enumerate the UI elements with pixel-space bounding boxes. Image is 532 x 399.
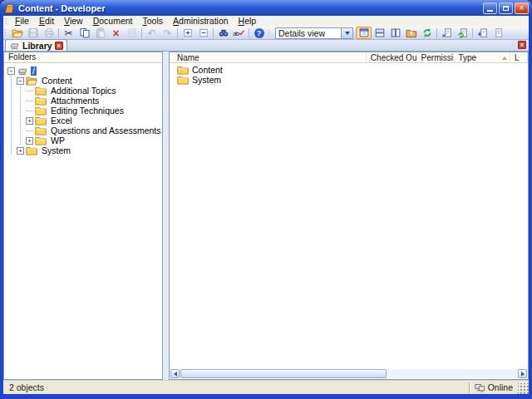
menu-help[interactable]: Help	[234, 16, 262, 27]
tree-item-label: Content	[40, 76, 74, 86]
menu-document[interactable]: Document	[88, 16, 138, 27]
copy-button[interactable]	[76, 27, 92, 39]
column-header-permission[interactable]: Permission	[417, 52, 455, 63]
tree-item-attachments[interactable]: Attachments	[4, 96, 162, 106]
document-button[interactable]	[490, 27, 506, 39]
print-icon	[43, 27, 55, 39]
undo-check-out-button[interactable]	[455, 27, 470, 39]
spellcheck-button[interactable]: ab✓	[231, 27, 247, 39]
toolbar-drag-handle[interactable]	[4, 29, 7, 37]
tree-item-root[interactable]: −/	[4, 66, 162, 76]
tree-guide-line	[7, 106, 17, 116]
horizontal-split-button[interactable]	[372, 27, 387, 39]
rename-button[interactable]	[124, 27, 140, 39]
menu-edit[interactable]: Edit	[34, 16, 59, 27]
check-in-button[interactable]	[475, 27, 490, 39]
maximize-button[interactable]	[499, 2, 513, 14]
maximize-icon	[503, 6, 509, 11]
details-layout-button[interactable]	[356, 27, 372, 39]
menu-view[interactable]: View	[59, 16, 88, 27]
tab-close-icon[interactable]: x	[55, 42, 63, 50]
connection-status: Online	[470, 382, 518, 392]
save-button[interactable]	[25, 27, 41, 39]
tree-item-label: Questions and Assessments	[49, 126, 162, 135]
list-item-system[interactable]: System	[170, 75, 528, 85]
toolbar: ✂×↶↷ab✓? Details view	[3, 27, 529, 40]
menu-file[interactable]: File	[10, 16, 34, 27]
undo-button[interactable]: ↶	[144, 27, 160, 39]
panel-splitter[interactable]	[163, 52, 169, 380]
find-button[interactable]	[215, 27, 231, 39]
menu-tools[interactable]: Tools	[138, 16, 169, 27]
tabstrip-close-button[interactable]: x	[518, 41, 526, 49]
horizontal-scrollbar[interactable]	[170, 369, 527, 378]
toolbar-separator	[213, 28, 214, 38]
tree-item-excel[interactable]: +Excel	[4, 116, 162, 126]
scrollbar-thumb[interactable]	[180, 369, 387, 378]
tree-item-label: Excel	[49, 116, 74, 126]
list-item-content[interactable]: Content	[170, 65, 528, 75]
scroll-right-button[interactable]	[518, 369, 527, 378]
tree-guide-line	[7, 76, 17, 86]
tree-guide-line	[17, 96, 26, 106]
folder-up-button[interactable]	[403, 27, 419, 39]
open-folder-button[interactable]	[9, 27, 25, 39]
refresh-button[interactable]	[419, 27, 435, 39]
toolbar-separator	[436, 28, 437, 38]
tree-item-content[interactable]: −Content	[4, 76, 162, 86]
tree-item-system[interactable]: +System	[4, 145, 162, 155]
cut-button[interactable]: ✂	[61, 27, 76, 39]
column-header-label: Checked Out By	[371, 53, 417, 63]
view-mode-select[interactable]: Details view	[275, 27, 353, 39]
expand-toggle-icon[interactable]: +	[26, 137, 33, 145]
help-button[interactable]: ?	[251, 27, 267, 39]
scroll-left-button[interactable]	[170, 369, 180, 378]
redo-button[interactable]: ↷	[160, 27, 175, 39]
toolbar-drag-handle-2[interactable]	[268, 29, 270, 37]
tab-library[interactable]: Library x	[5, 39, 67, 51]
folders-panel-header: Folders	[4, 52, 162, 63]
collapse-button[interactable]	[195, 27, 211, 39]
expand-icon	[182, 27, 194, 39]
vertical-split-icon	[390, 27, 401, 39]
object-count: 2 objects	[3, 382, 469, 392]
vertical-split-button[interactable]	[387, 27, 403, 39]
expand-button[interactable]	[180, 27, 195, 39]
document-icon	[493, 27, 505, 39]
tab-strip: Library x x	[3, 40, 529, 52]
folder-icon	[26, 145, 37, 155]
check-out-button[interactable]	[439, 27, 455, 39]
expand-toggle-icon[interactable]: +	[26, 117, 33, 125]
column-header-type[interactable]: Type	[454, 52, 510, 63]
tree-guide-line	[17, 135, 26, 145]
menubar-drag-handle[interactable]	[5, 17, 7, 26]
copy-icon	[79, 27, 91, 39]
column-header-name[interactable]: Name	[170, 52, 367, 63]
view-mode-dropdown-button[interactable]	[341, 28, 352, 38]
toolbar-separator	[177, 28, 178, 38]
tree-item-editing-techniques[interactable]: Editing Techniques	[4, 106, 162, 116]
toolbar-separator	[472, 28, 473, 38]
column-header-checked-out-by[interactable]: Checked Out By	[367, 52, 417, 63]
delete-button[interactable]: ×	[108, 27, 124, 39]
tree-item-label: Additional Topics	[49, 86, 118, 96]
tree-item-wp[interactable]: +WP	[4, 135, 162, 145]
expand-toggle-icon[interactable]: +	[17, 147, 24, 155]
collapse-toggle-icon[interactable]: −	[17, 77, 24, 85]
close-button[interactable]: ×	[515, 2, 529, 14]
tree-connector	[26, 91, 33, 91]
library-root-icon	[17, 66, 28, 76]
tree-item-questions-and-assessments[interactable]: Questions and Assessments	[4, 126, 162, 135]
column-header-l[interactable]: L	[510, 52, 528, 63]
redo-icon: ↷	[162, 27, 174, 39]
print-button[interactable]	[41, 27, 57, 39]
check-out-icon	[441, 27, 453, 39]
collapse-toggle-icon[interactable]: −	[7, 67, 15, 75]
menu-administration[interactable]: Administration	[168, 16, 234, 27]
column-header-label: Type	[458, 53, 476, 63]
tree-item-additional-topics[interactable]: Additional Topics	[4, 86, 162, 96]
list-item-label: System	[192, 75, 221, 85]
minimize-button[interactable]	[483, 2, 497, 14]
paste-button[interactable]	[92, 27, 108, 39]
resize-grip[interactable]	[518, 383, 529, 394]
